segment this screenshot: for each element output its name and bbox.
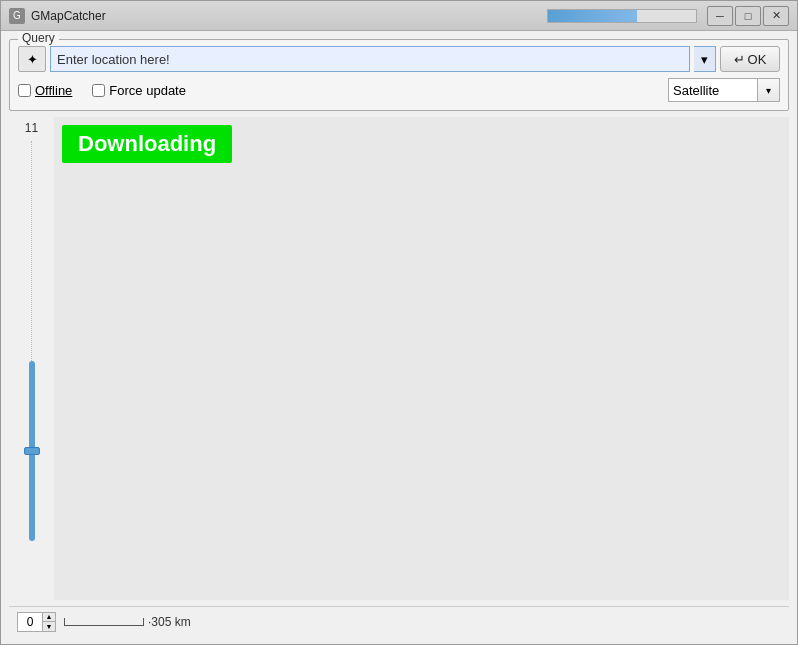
- main-window: G GMapCatcher ─ □ ✕ Query ✦ ▾: [0, 0, 798, 645]
- scale-bar: ·305 km: [64, 615, 191, 629]
- query-legend: Query: [18, 31, 59, 45]
- offline-checkbox-label[interactable]: Offline: [18, 83, 72, 98]
- scale-label: ·305 km: [148, 615, 191, 629]
- titlebar: G GMapCatcher ─ □ ✕: [1, 1, 797, 31]
- zoom-down-button[interactable]: ▼: [43, 622, 55, 631]
- query-row1: ✦ ▾ ↵ OK: [18, 46, 780, 72]
- maximize-button[interactable]: □: [735, 6, 761, 26]
- map-area[interactable]: Downloading: [54, 117, 789, 600]
- app-icon: G: [9, 8, 25, 24]
- search-icon: ✦: [27, 52, 38, 67]
- offline-checkbox[interactable]: [18, 84, 31, 97]
- zoom-number: 11: [25, 121, 38, 135]
- force-update-label: Force update: [109, 83, 186, 98]
- zoom-up-button[interactable]: ▲: [43, 613, 55, 622]
- map-type-wrapper: Satellite Map Hybrid Terrain ▾: [668, 78, 780, 102]
- bottom-bar: ▲ ▼ ·305 km: [9, 606, 789, 636]
- force-update-checkbox[interactable]: [92, 84, 105, 97]
- main-area: 11 Downloading: [9, 117, 789, 600]
- zoom-input-wrapper: ▲ ▼: [17, 612, 56, 632]
- window-title: GMapCatcher: [31, 9, 547, 23]
- zoom-spinner: ▲ ▼: [42, 613, 55, 631]
- zoom-sidebar: 11: [9, 117, 54, 600]
- zoom-slider-handle[interactable]: [24, 447, 40, 455]
- ok-label: OK: [748, 52, 767, 67]
- query-row2: Offline Force update Satellite Map Hybri…: [18, 78, 780, 102]
- minimize-button[interactable]: ─: [707, 6, 733, 26]
- query-group: Query ✦ ▾ ↵ OK Offline: [9, 39, 789, 111]
- location-input[interactable]: [50, 46, 690, 72]
- window-controls: ─ □ ✕: [707, 6, 789, 26]
- chevron-down-icon: ▾: [701, 52, 708, 67]
- ok-arrow-icon: ↵: [734, 52, 745, 67]
- scale-line: [64, 618, 144, 626]
- titlebar-progress: [547, 9, 697, 23]
- close-button[interactable]: ✕: [763, 6, 789, 26]
- map-type-select[interactable]: Satellite Map Hybrid Terrain: [668, 78, 758, 102]
- downloading-badge: Downloading: [62, 125, 232, 163]
- offline-label: Offline: [35, 83, 72, 98]
- search-icon-button[interactable]: ✦: [18, 46, 46, 72]
- force-update-checkbox-label[interactable]: Force update: [92, 83, 186, 98]
- map-type-dropdown-button[interactable]: ▾: [758, 78, 780, 102]
- location-dropdown-button[interactable]: ▾: [694, 46, 716, 72]
- titlebar-progress-fill: [548, 10, 637, 22]
- content-area: Query ✦ ▾ ↵ OK Offline: [1, 31, 797, 644]
- zoom-value-input[interactable]: [18, 613, 42, 631]
- chevron-down-icon: ▾: [766, 85, 771, 96]
- ok-button[interactable]: ↵ OK: [720, 46, 780, 72]
